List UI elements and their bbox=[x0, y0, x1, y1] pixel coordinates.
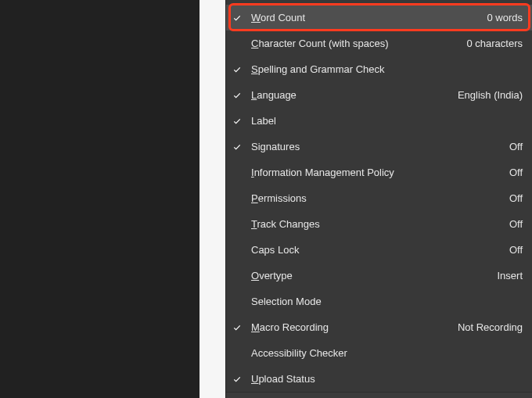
menu-item-overtype[interactable]: Overtype Insert bbox=[226, 263, 532, 289]
menu-item-character-count[interactable]: Character Count (with spaces) 0 characte… bbox=[226, 30, 532, 56]
check-icon bbox=[226, 142, 248, 152]
menu-item-value: 0 characters bbox=[460, 38, 523, 49]
menu-item-word-count[interactable]: Word Count 0 words bbox=[226, 5, 532, 30]
check-icon bbox=[226, 117, 248, 126]
menu-item-label: Character Count (with spaces) bbox=[248, 38, 460, 49]
menu-item-value: Off bbox=[503, 218, 523, 230]
menu-item-value: Not Recording bbox=[451, 321, 523, 333]
menu-item-label: Accessibility Checker bbox=[248, 347, 516, 359]
menu-item-label: Spelling and Grammar Check bbox=[248, 63, 516, 75]
menu-scroll-down-button[interactable] bbox=[226, 392, 532, 398]
menu-item-value: Off bbox=[503, 192, 523, 204]
menu-item-label: Selection Mode bbox=[248, 296, 516, 307]
check-icon bbox=[226, 375, 248, 384]
menu-item-label: Information Management Policy bbox=[248, 167, 503, 178]
menu-item-selection-mode[interactable]: Selection Mode bbox=[226, 289, 532, 314]
menu-item-label: Label bbox=[248, 115, 516, 127]
check-icon bbox=[226, 323, 248, 332]
menu-item-accessibility-checker[interactable]: Accessibility Checker bbox=[226, 340, 532, 366]
menu-item-value: Off bbox=[503, 141, 523, 152]
menu-item-label: Language bbox=[248, 89, 451, 101]
menu-item-info-management-policy[interactable]: Information Management Policy Off bbox=[226, 160, 532, 185]
menu-item-label: Macro Recording bbox=[248, 321, 451, 333]
menu-item-caps-lock[interactable]: Caps Lock Off bbox=[226, 237, 532, 263]
menu-item-label: Upload Status bbox=[248, 373, 516, 385]
menu-item-signatures[interactable]: Signatures Off bbox=[226, 134, 532, 160]
menu-item-value: Off bbox=[503, 244, 523, 256]
document-page-edge bbox=[200, 0, 226, 398]
menu-item-label: Word Count bbox=[248, 12, 480, 23]
menu-item-value: English (India) bbox=[451, 89, 523, 101]
menu-item-permissions[interactable]: Permissions Off bbox=[226, 185, 532, 211]
menu-item-track-changes[interactable]: Track Changes Off bbox=[226, 211, 532, 237]
menu-item-language[interactable]: Language English (India) bbox=[226, 82, 532, 108]
menu-item-macro-recording[interactable]: Macro Recording Not Recording bbox=[226, 314, 532, 340]
check-icon bbox=[226, 91, 248, 100]
menu-item-label-option[interactable]: Label bbox=[226, 108, 532, 134]
check-icon bbox=[226, 13, 248, 23]
menu-item-spelling-grammar[interactable]: Spelling and Grammar Check bbox=[226, 56, 532, 82]
menu-item-label: Permissions bbox=[248, 192, 503, 204]
menu-item-upload-status[interactable]: Upload Status bbox=[226, 366, 532, 392]
menu-item-value: 0 words bbox=[480, 12, 523, 23]
menu-item-label: Signatures bbox=[248, 141, 503, 152]
menu-item-label: Track Changes bbox=[248, 218, 503, 230]
chevron-down-icon bbox=[374, 396, 385, 399]
menu-item-value: Insert bbox=[491, 270, 523, 281]
status-bar-customize-menu: Word Count 0 words Character Count (with… bbox=[226, 0, 532, 398]
check-icon bbox=[226, 65, 248, 74]
menu-item-label: Overtype bbox=[248, 270, 491, 281]
document-dark-background bbox=[0, 0, 200, 398]
menu-item-value: Off bbox=[503, 167, 523, 178]
menu-item-label: Caps Lock bbox=[248, 244, 503, 256]
